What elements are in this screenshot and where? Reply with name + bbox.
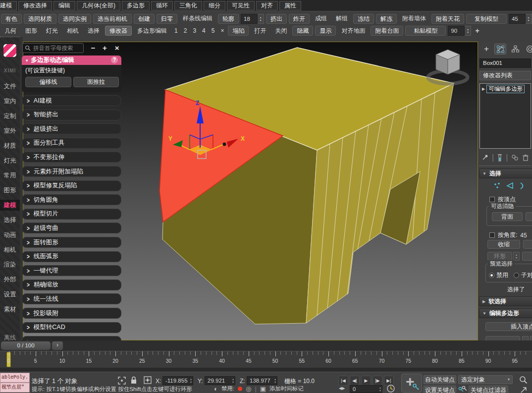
- spinner-arrows-icon[interactable]: ▴▾: [465, 26, 471, 36]
- menu-tab-7[interactable]: 细分: [204, 1, 225, 10]
- rollout-edit-poly[interactable]: ▼ 编辑多边形: [479, 308, 532, 318]
- panel-close-button[interactable]: ×: [112, 43, 122, 53]
- isolate-selection-icon[interactable]: [118, 377, 126, 385]
- toolbar1-item-14[interactable]: 解冻: [376, 14, 397, 24]
- clipped-option-box[interactable]: [530, 336, 532, 340]
- toolbar1-item-10[interactable]: 炸开: [289, 14, 310, 24]
- toolbar2-item-12[interactable]: ×: [220, 27, 224, 34]
- z-coord-field[interactable]: 138.977 ▴▾: [247, 376, 277, 385]
- modifier-list-dropdown[interactable]: 修改器列表: [479, 71, 531, 80]
- clipped-option-box[interactable]: [522, 336, 529, 340]
- offset-line-button[interactable]: 偏移线: [25, 77, 71, 87]
- toolbar2-item-19[interactable]: 附着台面: [371, 26, 403, 36]
- toolbar2-item-10[interactable]: 4: [202, 27, 206, 34]
- toolbar2-item-7[interactable]: 1: [174, 27, 178, 34]
- sidebar-item-4[interactable]: 材质: [0, 140, 20, 151]
- key-filters-button[interactable]: 关键点过滤器: [469, 386, 508, 393]
- toolbar1-item-7[interactable]: 轮廓: [218, 14, 239, 24]
- stack-item-label[interactable]: 可编辑多边形: [486, 85, 525, 93]
- menu-tab-5[interactable]: 循环: [151, 1, 173, 10]
- backface-secondary-button[interactable]: [526, 212, 532, 221]
- maxscript-mini-listener[interactable]: ablePoly. 视节点层": [0, 373, 30, 393]
- spinner-arrows-icon[interactable]: ▴▾: [526, 14, 532, 24]
- sidebar-item-1[interactable]: 室内: [0, 96, 20, 107]
- toolbar1-spinner-18[interactable]: 45▴▾: [509, 14, 532, 24]
- plugin-section-11[interactable]: >线面弧形: [22, 251, 121, 262]
- toolbar2-item-8[interactable]: 2: [184, 27, 187, 34]
- spinner-icon[interactable]: ▴▾: [232, 378, 234, 384]
- sidebar-item-9[interactable]: 选择: [0, 215, 20, 225]
- create-tab-icon[interactable]: +: [480, 44, 492, 55]
- set-key-big-button[interactable]: +: [401, 374, 422, 393]
- toolbar1-item-0[interactable]: 有色: [1, 14, 22, 24]
- zoom-tool-icon[interactable]: [519, 376, 528, 384]
- vertex-mode-icon[interactable]: [493, 182, 501, 190]
- plugin-section-partial[interactable]: >: [22, 336, 121, 340]
- object-name-field[interactable]: Box001: [479, 58, 531, 68]
- sidebar-item-15[interactable]: 素材: [0, 304, 20, 315]
- pan-arrow-icon[interactable]: [520, 387, 528, 393]
- radio-on-icon[interactable]: [489, 273, 494, 278]
- motion-tab-icon[interactable]: [524, 44, 532, 55]
- toolbar2-item-17[interactable]: 显示: [315, 26, 336, 36]
- next-frame-icon[interactable]: |▶: [372, 376, 382, 386]
- grow-button-clipped[interactable]: [523, 240, 532, 249]
- current-frame-value[interactable]: 0: [353, 386, 356, 393]
- key-filters-icon[interactable]: [458, 386, 467, 393]
- checkbox-icon[interactable]: [489, 232, 495, 238]
- toolbar1-item-9[interactable]: 挤出: [266, 14, 287, 24]
- plugin-section-3[interactable]: >面分割工具: [22, 138, 121, 149]
- selection-lock-icon[interactable]: [130, 376, 137, 385]
- toolbar2-item-20[interactable]: 粘贴模型: [405, 26, 446, 36]
- plugin-section-4[interactable]: >不变形拉伸: [22, 152, 121, 163]
- by-angle-row[interactable]: 按角度: 45: [489, 231, 527, 239]
- spinner-icon[interactable]: ▴▾: [274, 378, 276, 384]
- checkbox-icon[interactable]: [489, 197, 495, 202]
- edge-mode-icon[interactable]: [506, 182, 514, 190]
- toolbar1-item-1[interactable]: 选同材质: [24, 14, 56, 24]
- plugin-section-12[interactable]: >一键代理: [22, 265, 121, 276]
- modifier-stack-row[interactable]: ▶ 可编辑多边形: [480, 84, 531, 93]
- set-key-button[interactable]: 设置关键点: [424, 386, 456, 393]
- degradation-override-icon[interactable]: ◎: [246, 385, 251, 393]
- preview-subobject-radio[interactable]: 子对象: [514, 271, 532, 280]
- sidebar-item-7[interactable]: 图形: [0, 185, 20, 196]
- toolbar2-item-5[interactable]: 修改器: [105, 26, 132, 36]
- plugin-header[interactable]: ▾ 多边形动态编辑 ?: [22, 56, 121, 65]
- plugin-section-10[interactable]: >面转图形: [22, 237, 121, 248]
- hierarchy-tab-icon[interactable]: [509, 44, 521, 55]
- menu-tab-3[interactable]: 几何体(全部): [77, 1, 120, 10]
- toolbar1-item-4[interactable]: 创建: [134, 14, 155, 24]
- loop-button-clipped[interactable]: [522, 252, 532, 261]
- current-frame-field[interactable]: 0 ▴▾: [350, 385, 382, 393]
- plugin-section-9[interactable]: >超级弯曲: [22, 223, 121, 233]
- border-mode-icon[interactable]: [519, 182, 526, 190]
- show-end-result-icon[interactable]: [497, 154, 502, 162]
- frame-badge-next-button[interactable]: ›: [52, 341, 63, 350]
- toolbar1-item-16[interactable]: 附着天花: [431, 14, 464, 24]
- toolbar1-item-2[interactable]: 选同实例: [58, 14, 91, 24]
- selected-object-dropdown[interactable]: 选定对象 ▾: [458, 375, 513, 384]
- frame-step-icon[interactable]: ◀▶: [339, 386, 345, 391]
- auto-key-button[interactable]: 自动关键点: [424, 375, 456, 384]
- help-icon[interactable]: ?: [111, 56, 118, 63]
- play-icon[interactable]: ▶: [361, 376, 371, 386]
- sidebar-item-3[interactable]: 室外: [0, 125, 20, 136]
- x-coord-value[interactable]: -119.855: [165, 377, 188, 385]
- adaptive-degradation-icon[interactable]: ◐: [214, 385, 218, 393]
- expand-arrow-icon[interactable]: ▶: [482, 87, 485, 91]
- x-coord-field[interactable]: -119.855 ▴▾: [162, 376, 193, 385]
- plugin-section-6[interactable]: >模型修复反塌陷: [22, 180, 121, 191]
- ring-spinner[interactable]: ▴▾: [513, 252, 520, 261]
- toolbar1-spinner-value-8[interactable]: 18: [241, 14, 258, 24]
- menu-tab-9[interactable]: 对齐: [256, 1, 278, 10]
- sidebar-item-12[interactable]: 渲染: [0, 259, 20, 270]
- modifier-stack[interactable]: ▶ 可编辑多边形: [479, 83, 531, 149]
- toolbar1-item-17[interactable]: 复制模型: [466, 14, 507, 24]
- plugin-section-1[interactable]: >智能挤出: [22, 110, 121, 120]
- menu-tab-8[interactable]: 可见性: [227, 1, 255, 10]
- menu-tab-2[interactable]: 编辑: [53, 1, 75, 10]
- transform-gizmo-icon[interactable]: [144, 376, 152, 384]
- shrink-button[interactable]: 收缩: [487, 240, 520, 249]
- radio-off-icon[interactable]: [514, 273, 519, 278]
